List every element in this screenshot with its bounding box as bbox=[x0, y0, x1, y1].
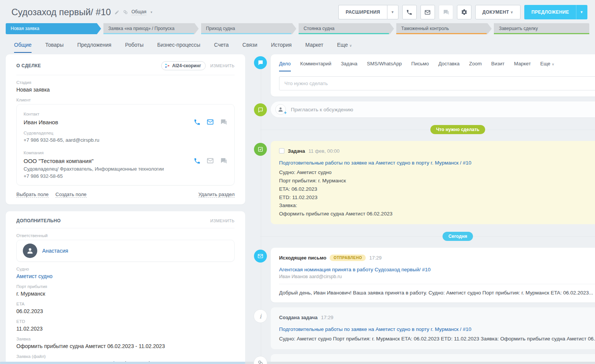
settings-button[interactable] bbox=[457, 5, 471, 19]
create-field-link[interactable]: Создать поле bbox=[56, 191, 87, 198]
responsible-name[interactable]: Анастасия bbox=[42, 248, 68, 254]
task-line: ETA: 06.02.2023 bbox=[279, 185, 595, 193]
responsible-avatar bbox=[23, 244, 37, 258]
contact-chat-icon[interactable] bbox=[220, 118, 227, 126]
ttab-more[interactable]: Еще ∨ bbox=[540, 61, 554, 71]
link-icon[interactable] bbox=[123, 9, 128, 15]
company-call-icon[interactable] bbox=[194, 157, 201, 165]
responsible-field-label: Ответственный bbox=[16, 233, 235, 238]
ttab-more-label: Еще bbox=[540, 61, 550, 66]
ai-scoring-badge[interactable]: AI24-скоринг bbox=[161, 61, 206, 70]
task-created-type: Создана задача bbox=[279, 315, 317, 320]
tab-products[interactable]: Товары bbox=[45, 42, 63, 53]
responsible-box[interactable]: Анастасия bbox=[16, 240, 235, 262]
chevron-down-icon: ∨ bbox=[349, 44, 352, 47]
chevron-down-icon: ▼ bbox=[391, 10, 394, 14]
proposal-button[interactable]: ПРЕДЛОЖЕНИЕ bbox=[524, 5, 576, 19]
contact-email-icon[interactable] bbox=[206, 118, 214, 126]
contact-name[interactable]: Иван Иванов bbox=[24, 119, 58, 125]
pipeline-category-selector[interactable]: Общая bbox=[132, 9, 146, 15]
envelope-icon bbox=[257, 253, 263, 259]
ttab-activity[interactable]: Дело bbox=[279, 61, 291, 71]
task-created-title-link[interactable]: Подготовительные работы по заявке на Аме… bbox=[279, 326, 471, 332]
tab-more[interactable]: Еще ∨ bbox=[337, 42, 352, 53]
stage-item-5[interactable]: Таможенный контроль bbox=[396, 23, 492, 34]
invite-text: Пригласить к обсуждению bbox=[291, 107, 353, 112]
tab-business-processes[interactable]: Бизнес-процессы bbox=[157, 42, 200, 53]
stage-field-value[interactable]: Новая заявка bbox=[16, 87, 235, 93]
task-created-time: 17:29 bbox=[321, 315, 333, 320]
delete-section-link[interactable]: Удалить раздел bbox=[198, 191, 235, 198]
ttab-delivery[interactable]: Доставка bbox=[438, 61, 460, 71]
extensions-dropdown-button[interactable]: ▼ bbox=[387, 5, 398, 19]
call-button[interactable] bbox=[402, 5, 417, 19]
tab-robots[interactable]: Роботы bbox=[125, 42, 143, 53]
ttab-sms-whatsapp[interactable]: SMS/WhatsApp bbox=[367, 61, 402, 71]
client-field-label: Клиент bbox=[16, 98, 235, 102]
stage-item-2[interactable]: Заявка «на приход» / Пропуска bbox=[103, 23, 199, 34]
extensions-button[interactable]: РАСШИРЕНИЯ bbox=[338, 5, 387, 19]
edit-title-icon[interactable] bbox=[114, 10, 119, 15]
about-deal-edit-link[interactable]: изменить bbox=[210, 63, 235, 68]
email-button[interactable] bbox=[420, 5, 435, 19]
invite-avatar-icon: + bbox=[275, 104, 286, 115]
chevron-down-icon: ▼ bbox=[580, 10, 583, 14]
additional-edit-link[interactable]: изменить bbox=[210, 218, 235, 223]
ttab-market[interactable]: Маркет bbox=[514, 61, 531, 71]
discussion-icon bbox=[254, 103, 267, 116]
composer-rail bbox=[252, 54, 271, 97]
stage-item-1[interactable]: Новая заявка bbox=[6, 23, 101, 34]
composer-input[interactable] bbox=[279, 76, 595, 90]
company-email-icon[interactable] bbox=[206, 157, 214, 165]
stage-item-3[interactable]: Приход судна bbox=[201, 23, 297, 34]
ttab-zoom[interactable]: Zoom bbox=[469, 61, 482, 71]
eta-field-value: 06.02.2023 bbox=[16, 308, 235, 314]
tab-general[interactable]: Общие bbox=[14, 42, 32, 53]
tab-history[interactable]: История bbox=[271, 42, 292, 53]
stage-field-label: Стадия bbox=[16, 80, 235, 85]
company-phone-line[interactable]: +7 986 932-58-65 bbox=[24, 173, 227, 179]
ttab-comment[interactable]: Комментарий bbox=[300, 61, 332, 71]
contact-call-icon[interactable] bbox=[194, 119, 201, 126]
email-subject-link[interactable]: Агентская номинация принята в работу Суд… bbox=[279, 267, 431, 272]
document-button[interactable]: ДОКУМЕНТ ∨ bbox=[475, 5, 520, 19]
company-name[interactable]: ООО "Тестовая компания" bbox=[24, 158, 94, 164]
ttab-task[interactable]: Задача bbox=[341, 61, 357, 71]
invite-to-discussion[interactable]: + Пригласить к обсуждению bbox=[271, 101, 595, 117]
email-type: Исходящее письмо bbox=[279, 255, 326, 261]
stage-item-6[interactable]: Завершить сделку bbox=[494, 23, 589, 34]
tab-market[interactable]: Маркет bbox=[305, 42, 323, 53]
task-checkbox[interactable] bbox=[279, 148, 284, 154]
tab-invoices[interactable]: Счета bbox=[214, 42, 229, 53]
about-deal-title: О СДЕЛКЕ bbox=[16, 63, 41, 68]
envelope-icon bbox=[424, 9, 431, 16]
task-icon bbox=[254, 143, 267, 156]
chain-link-icon bbox=[254, 356, 267, 364]
request-file-field-label: Заявка (файл) bbox=[16, 354, 235, 359]
tab-quotes[interactable]: Предложения bbox=[77, 42, 111, 53]
task-created-header: Создана задача 17:29 bbox=[279, 312, 595, 322]
company-chat-icon[interactable] bbox=[220, 157, 227, 165]
vessel-field-value[interactable]: Аметист судно bbox=[16, 273, 235, 279]
task-created-card: Создана задача 17:29 Подготовительные ра… bbox=[271, 307, 595, 349]
select-field-link[interactable]: Выбрать поле bbox=[16, 191, 49, 198]
contact-field-label: Контакт bbox=[24, 112, 227, 116]
chat-button[interactable] bbox=[439, 5, 453, 19]
task-row: Задача 11 фев, 00:00 Подготовительные ра… bbox=[252, 141, 595, 224]
task-created-rail: i bbox=[252, 307, 271, 349]
task-title-link[interactable]: Подготовительные работы по заявке на Аме… bbox=[279, 160, 471, 166]
task-type: Задача bbox=[288, 148, 305, 154]
proposal-dropdown-button[interactable]: ▼ bbox=[576, 5, 587, 19]
scrollbar-thumb[interactable] bbox=[0, 362, 245, 364]
tab-relations[interactable]: Связи bbox=[243, 42, 257, 53]
ttab-email[interactable]: Письмо bbox=[411, 61, 429, 71]
shipowner-field-value[interactable]: +7 986 932-58-65, aard@cirspb.ru bbox=[24, 137, 227, 143]
gear-icon bbox=[461, 9, 468, 16]
timeline-composer-row: Дело Комментарий Задача SMS/WhatsApp Пис… bbox=[252, 54, 595, 97]
stage-item-4[interactable]: Стоянка судна bbox=[298, 23, 394, 34]
outgoing-email-icon bbox=[254, 250, 267, 263]
horizontal-scrollbar[interactable] bbox=[0, 362, 595, 364]
today-badge: Сегодня bbox=[443, 232, 473, 241]
ttab-visit[interactable]: Визит bbox=[491, 61, 505, 71]
company-type-line: Судовладелец/ Фрахтователь, Информационн… bbox=[24, 166, 227, 172]
